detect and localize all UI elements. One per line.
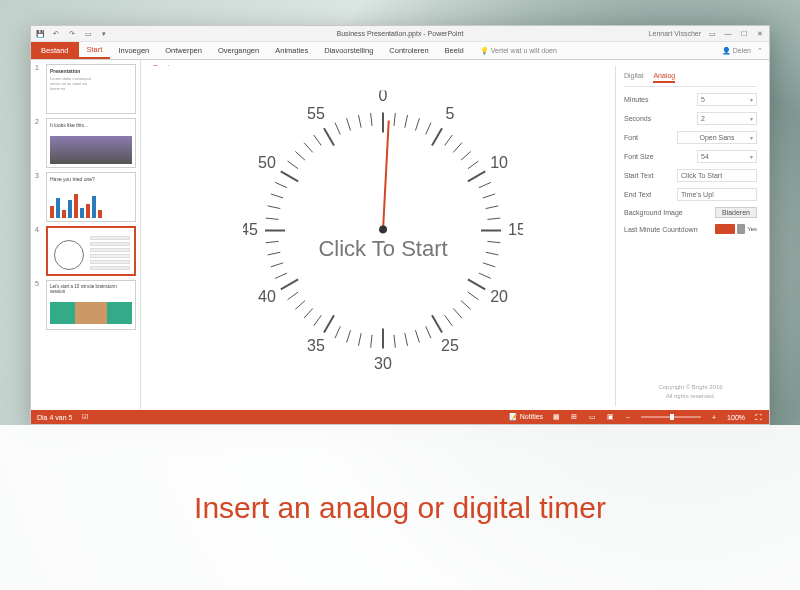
minutes-input[interactable]: 5▾ [697,93,757,106]
svg-text:25: 25 [441,337,459,354]
svg-line-59 [371,113,372,126]
tell-me-search[interactable]: 💡 Vertel wat u wilt doen [480,42,557,59]
slide-thumbnail-5[interactable]: Let's start a 10 minute brainstorm sessi… [46,280,136,330]
spellcheck-icon[interactable]: ☑ [80,413,90,421]
panel-footer: Copyright © Bright 2016 All rights reser… [624,383,757,400]
starttext-label: Start Text [624,172,653,179]
slide-indicator[interactable]: Dia 4 van 5 [37,414,72,421]
bgimage-label: Background Image [624,209,683,216]
fit-window-icon[interactable]: ⛶ [753,413,763,421]
maximize-icon[interactable]: ☐ [739,29,749,39]
svg-text:20: 20 [490,288,508,305]
share-button[interactable]: 👤 Delen [722,47,751,55]
seconds-input[interactable]: 2▾ [697,112,757,125]
svg-line-7 [453,143,462,153]
browse-button[interactable]: Bladeren [715,207,757,218]
svg-line-48 [271,194,283,198]
clock-start-text[interactable]: Click To Start [243,236,523,262]
ribbon-tab-beeld[interactable]: Beeld [437,42,472,59]
svg-line-40 [281,279,298,289]
zoom-level[interactable]: 100% [727,414,745,421]
qat-dropdown-icon[interactable]: ▾ [99,29,109,39]
starttext-input[interactable]: Click To Start [677,169,757,182]
svg-line-8 [461,151,471,160]
ribbon-tab-controleren[interactable]: Controleren [381,42,436,59]
svg-line-32 [358,333,361,346]
svg-line-29 [394,335,395,348]
seconds-label: Seconds [624,115,651,122]
zoom-out-icon[interactable]: − [623,413,633,421]
ribbon: Bestand Start Invoegen Ontwerpen Overgan… [31,42,769,60]
ribbon-tab-overgangen[interactable]: Overgangen [210,42,267,59]
svg-line-22 [461,301,471,310]
undo-icon[interactable]: ↶ [51,29,61,39]
svg-line-9 [468,161,479,169]
slide-canvas[interactable]: 0510152025303540455055 Click To Start [151,66,615,406]
save-icon[interactable]: 💾 [35,29,45,39]
endtext-label: End Text [624,191,651,198]
ribbon-options-icon[interactable]: ▭ [707,29,717,39]
zoom-in-icon[interactable]: + [709,413,719,421]
svg-line-27 [415,330,419,342]
svg-line-26 [426,326,431,338]
font-select[interactable]: Open Sans▾ [677,131,757,144]
svg-line-24 [445,315,453,326]
start-show-icon[interactable]: ▭ [83,29,93,39]
ribbon-tab-start[interactable]: Start [79,42,111,59]
sorter-view-icon[interactable]: ⊞ [569,413,579,421]
lastmin-toggle[interactable]: Yes [715,224,757,234]
slide-thumbnail-4[interactable] [46,226,136,276]
svg-line-10 [468,171,485,181]
endtext-input[interactable]: Time's Up! [677,188,757,201]
ribbon-tab-animaties[interactable]: Animaties [267,42,316,59]
minimize-icon[interactable]: — [723,29,733,39]
slide-thumbnail-2[interactable]: It looks like this... [46,118,136,168]
analog-timer[interactable]: 0510152025303540455055 Click To Start [243,90,523,370]
slide-editor: Preview 0510152025303540455055 Click To … [141,60,769,410]
powerpoint-window: 💾 ↶ ↷ ▭ ▾ Business Presentation.pptx - P… [30,25,770,425]
lightbulb-icon: 💡 [480,47,489,55]
svg-line-56 [335,123,340,135]
ribbon-tab-ontwerpen[interactable]: Ontwerpen [157,42,210,59]
svg-line-51 [288,161,299,169]
svg-line-1 [394,113,395,126]
status-bar: Dia 4 van 5 ☑ 📝 Notities ▦ ⊞ ▭ ▣ − + 100… [31,410,769,424]
tab-digital[interactable]: Digital [624,72,643,83]
collapse-ribbon-icon[interactable]: ⌃ [757,47,763,55]
slideshow-view-icon[interactable]: ▣ [605,413,615,421]
svg-line-20 [468,279,485,289]
thumb-image [50,136,132,164]
normal-view-icon[interactable]: ▦ [551,413,561,421]
zoom-slider[interactable] [641,416,701,418]
svg-line-55 [324,128,334,145]
slide-thumbnail-3[interactable]: Have you tried one? [46,172,136,222]
slide-thumbnail-panel[interactable]: 1 Presentation Lorem dolor consequatmini… [31,60,141,410]
toggle-label: Yes [747,226,757,232]
svg-line-46 [266,218,279,219]
reading-view-icon[interactable]: ▭ [587,413,597,421]
svg-line-34 [335,326,340,338]
fontsize-input[interactable]: 54▾ [697,150,757,163]
svg-line-49 [275,182,287,187]
slide-thumbnail-1[interactable]: Presentation Lorem dolor consequatminim … [46,64,136,114]
file-tab[interactable]: Bestand [31,42,79,59]
svg-line-37 [304,308,313,318]
user-name[interactable]: Lennart Visscher [649,30,701,37]
lastmin-label: Last Minute Countdown [624,226,698,233]
close-icon[interactable]: ✕ [755,29,765,39]
svg-line-2 [405,115,408,128]
svg-line-23 [453,308,462,318]
notes-button[interactable]: 📝 Notities [509,413,543,421]
fontsize-label: Font Size [624,153,654,160]
thumb-title: Have you tried one? [50,176,132,182]
tab-analog[interactable]: Analog [653,72,675,83]
font-label: Font [624,134,638,141]
thumb-title: Let's start a 10 minute brainstorm sessi… [50,284,132,294]
svg-line-11 [479,182,491,187]
redo-icon[interactable]: ↷ [67,29,77,39]
svg-line-25 [432,315,442,332]
ribbon-tab-invoegen[interactable]: Invoegen [110,42,157,59]
thumb-number: 4 [35,226,43,276]
work-area: 1 Presentation Lorem dolor consequatmini… [31,60,769,410]
ribbon-tab-diavoorstelling[interactable]: Diavoorstelling [316,42,381,59]
